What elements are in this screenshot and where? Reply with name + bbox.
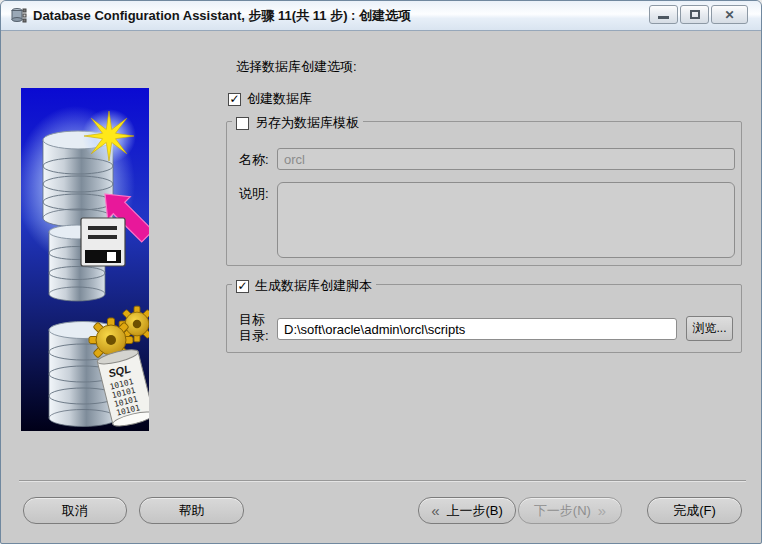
generate-scripts-checkbox[interactable]: ✓ 生成数据库创建脚本	[232, 277, 376, 295]
dbca-window: Database Configuration Assistant, 步骤 11(…	[0, 0, 762, 544]
star-icon	[82, 109, 136, 163]
generate-scripts-label: 生成数据库创建脚本	[255, 277, 372, 295]
create-database-checkbox[interactable]: ✓ 创建数据库	[228, 90, 312, 108]
footer-separator	[19, 480, 746, 481]
cancel-button[interactable]: 取消	[23, 497, 127, 524]
prompt-label: 选择数据库创建选项:	[236, 58, 357, 76]
save-as-template-checkbox[interactable]: 另存为数据库模板	[232, 114, 363, 132]
help-button[interactable]: 帮助	[139, 497, 244, 524]
template-name-input[interactable]	[277, 148, 735, 170]
browse-button[interactable]: 浏览...	[686, 316, 733, 341]
maximize-icon	[690, 10, 700, 19]
wizard-graphic: SQL 10101 10101 10101 10101	[21, 88, 149, 431]
checkbox-unchecked-icon	[236, 117, 249, 130]
window-title: Database Configuration Assistant, 步骤 11(…	[33, 7, 411, 25]
window-controls: ✕	[649, 5, 748, 24]
close-icon: ✕	[724, 9, 734, 21]
checkbox-checked-icon: ✓	[236, 280, 249, 293]
finish-button[interactable]: 完成(F)	[647, 497, 742, 524]
app-icon	[10, 7, 27, 24]
generate-scripts-group: ✓ 生成数据库创建脚本 目标 目录: 浏览...	[226, 284, 742, 353]
name-label: 名称:	[239, 151, 269, 169]
titlebar[interactable]: Database Configuration Assistant, 步骤 11(…	[1, 1, 761, 31]
next-chevron-icon: »	[598, 503, 606, 518]
maximize-button[interactable]	[680, 5, 709, 24]
back-chevron-icon: «	[431, 503, 439, 518]
wizard-graphic-panel: SQL 10101 10101 10101 10101	[21, 88, 149, 431]
floppy-disk-icon	[81, 218, 125, 266]
checkbox-checked-icon: ✓	[228, 93, 241, 106]
save-as-template-label: 另存为数据库模板	[255, 114, 359, 132]
target-directory-label: 目标 目录:	[239, 312, 269, 344]
description-label: 说明:	[239, 185, 269, 203]
next-button: 下一步(N) »	[518, 497, 622, 524]
close-button[interactable]: ✕	[711, 5, 748, 24]
create-database-label: 创建数据库	[247, 90, 312, 108]
back-button[interactable]: « 上一步(B)	[418, 497, 516, 524]
minimize-icon	[658, 16, 669, 19]
template-description-textarea[interactable]	[277, 182, 735, 258]
target-directory-input[interactable]	[277, 318, 677, 340]
minimize-button[interactable]	[649, 5, 678, 24]
save-as-template-group: 另存为数据库模板 名称: 说明:	[226, 121, 742, 266]
